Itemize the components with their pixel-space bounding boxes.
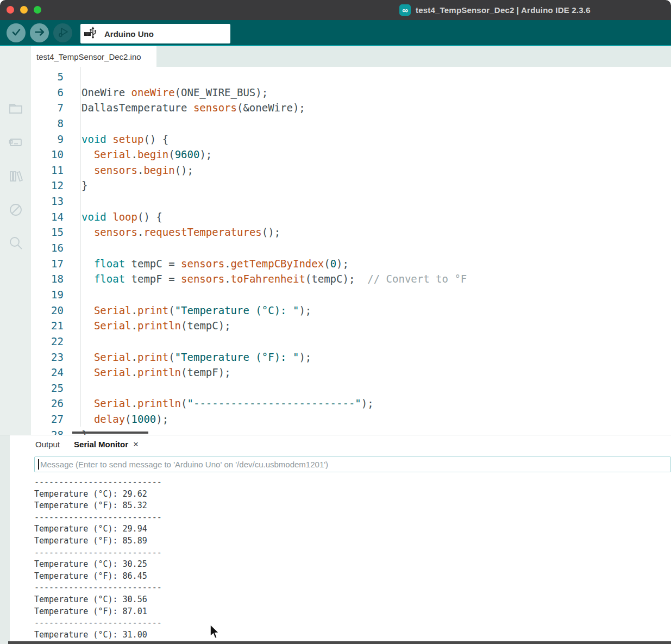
- serial-line: --------------------------: [34, 582, 671, 594]
- code-line[interactable]: 23 Serial.print("Temperature (°F): ");: [31, 349, 671, 365]
- minimize-button[interactable]: [20, 6, 28, 14]
- code-text: [64, 240, 81, 256]
- line-number: 5: [31, 69, 64, 85]
- sidebar-item-library-manager[interactable]: [8, 168, 24, 184]
- window-title-group: ∞ test4_TempSensor_Dec2 | Arduino IDE 2.…: [399, 0, 591, 20]
- board-selector-dropdown[interactable]: Arduino Uno: [80, 24, 230, 43]
- code-line[interactable]: 25: [31, 380, 671, 396]
- toolbar: Arduino Uno: [0, 20, 671, 46]
- code-line[interactable]: 14void loop() {: [31, 209, 671, 225]
- editor-tab-bar: test4_TempSensor_Dec2.ino: [31, 46, 671, 67]
- line-number: 9: [31, 132, 64, 147]
- window-title: test4_TempSensor_Dec2 | Arduino IDE 2.3.…: [416, 5, 591, 15]
- serial-line: Temperature (°C): 30.56: [34, 594, 671, 606]
- serial-line: Temperature (°C): 30.25: [34, 559, 671, 571]
- panel-left-strip: [0, 435, 10, 644]
- code-line[interactable]: 19: [31, 287, 671, 303]
- board-selector-value: Arduino Uno: [104, 29, 154, 39]
- code-text: void loop() {: [64, 209, 162, 225]
- code-text: Serial.begin(9600);: [64, 147, 212, 162]
- tab-serial-monitor[interactable]: Serial Monitor ×: [74, 440, 139, 449]
- code-line[interactable]: 18 float tempF = sensors.toFahrenheit(te…: [31, 271, 671, 287]
- panel-tabs: Output Serial Monitor ×: [35, 440, 139, 449]
- code-text: [64, 287, 81, 303]
- sidebar-item-boards-manager[interactable]: [8, 134, 24, 151]
- line-number: 28: [31, 427, 64, 435]
- line-number: 14: [31, 209, 64, 225]
- serial-line: --------------------------: [34, 547, 671, 559]
- arduino-logo-icon: ∞: [399, 4, 411, 16]
- code-text: [64, 334, 81, 349]
- code-line[interactable]: 6OneWire oneWire(ONE_WIRE_BUS);: [31, 85, 671, 101]
- line-number: 21: [31, 318, 64, 334]
- close-icon[interactable]: ×: [133, 440, 139, 449]
- code-line[interactable]: 13: [31, 193, 671, 209]
- board-chip-icon: [8, 143, 24, 152]
- code-text: Serial.println(tempC);: [64, 318, 231, 334]
- line-number: 15: [31, 224, 64, 240]
- code-text: [64, 380, 81, 396]
- code-line[interactable]: 22: [31, 334, 671, 349]
- code-line[interactable]: 9void setup() {: [31, 132, 671, 147]
- line-number: 22: [31, 334, 64, 349]
- serial-line: --------------------------: [34, 617, 671, 629]
- upload-button[interactable]: [30, 23, 49, 42]
- code-editor[interactable]: 56OneWire oneWire(ONE_WIRE_BUS);7DallasT…: [31, 67, 671, 435]
- serial-line: Temperature (°F): 85.32: [34, 500, 671, 512]
- activity-sidebar: [0, 46, 31, 435]
- line-number: 17: [31, 256, 64, 272]
- serial-line: Temperature (°C): 31.00: [34, 629, 671, 641]
- line-number: 25: [31, 380, 64, 396]
- sidebar-item-search[interactable]: [8, 235, 24, 251]
- code-line[interactable]: 10 Serial.begin(9600);: [31, 147, 671, 162]
- bottom-scrollbar[interactable]: [8, 641, 671, 644]
- serial-line: Temperature (°F): 86.45: [34, 571, 671, 583]
- zoom-button[interactable]: [34, 6, 41, 14]
- line-number: 11: [31, 162, 64, 178]
- code-line[interactable]: 27 delay(1000);: [31, 411, 671, 427]
- code-line[interactable]: 26 Serial.println("---------------------…: [31, 396, 671, 411]
- code-line[interactable]: 12}: [31, 178, 671, 193]
- verify-button[interactable]: [7, 23, 26, 42]
- code-line[interactable]: 20 Serial.print("Temperature (°C): ");: [31, 303, 671, 318]
- serial-message-wrap: [34, 457, 671, 472]
- tab-output[interactable]: Output: [35, 440, 60, 449]
- circle-slash-icon: [8, 210, 24, 220]
- code-line[interactable]: 7DallasTemperature sensors(&oneWire);: [31, 100, 671, 116]
- title-bar: ∞ test4_TempSensor_Dec2 | Arduino IDE 2.…: [0, 0, 671, 20]
- serial-line: Temperature (°F): 85.89: [34, 535, 671, 547]
- close-button[interactable]: [7, 6, 14, 14]
- code-line[interactable]: 8: [31, 116, 671, 132]
- arduino-ide-window: ∞ test4_TempSensor_Dec2 | Arduino IDE 2.…: [0, 0, 671, 644]
- serial-monitor-output[interactable]: --------------------------Temperature (°…: [34, 477, 671, 644]
- editor-tab-active[interactable]: test4_TempSensor_Dec2.ino: [31, 46, 156, 67]
- code-line[interactable]: 15 sensors.requestTemperatures();: [31, 224, 671, 240]
- search-icon: [8, 243, 24, 253]
- code-text: delay(1000);: [64, 411, 168, 427]
- code-text: Serial.println(tempF);: [64, 365, 231, 380]
- code-line[interactable]: 11 sensors.begin();: [31, 162, 671, 178]
- sidebar-item-sketchbook[interactable]: [8, 101, 24, 117]
- line-number: 23: [31, 349, 64, 365]
- code-text: Serial.print("Temperature (°F): ");: [64, 349, 311, 365]
- code-line[interactable]: 21 Serial.println(tempC);: [31, 318, 671, 334]
- tab-serial-monitor-label: Serial Monitor: [74, 440, 128, 449]
- sidebar-item-debugger[interactable]: [8, 202, 24, 218]
- check-icon: [10, 26, 22, 40]
- text-caret: [38, 459, 39, 470]
- editor-horizontal-scrollbar[interactable]: [72, 432, 148, 434]
- line-number: 8: [31, 116, 64, 132]
- code-line[interactable]: 17 float tempC = sensors.getTempCByIndex…: [31, 256, 671, 272]
- code-line[interactable]: 16: [31, 240, 671, 256]
- code-lines: 56OneWire oneWire(ONE_WIRE_BUS);7DallasT…: [31, 69, 671, 435]
- serial-message-input[interactable]: [34, 457, 671, 472]
- code-line[interactable]: 24 Serial.println(tempF);: [31, 365, 671, 380]
- code-text: void setup() {: [64, 132, 168, 147]
- code-line[interactable]: 5: [31, 69, 671, 85]
- line-number: 20: [31, 303, 64, 318]
- line-number: 13: [31, 193, 64, 209]
- line-number: 26: [31, 396, 64, 411]
- serial-line: Temperature (°C): 29.62: [34, 489, 671, 501]
- code-text: sensors.requestTemperatures();: [64, 224, 280, 240]
- line-number: 27: [31, 411, 64, 427]
